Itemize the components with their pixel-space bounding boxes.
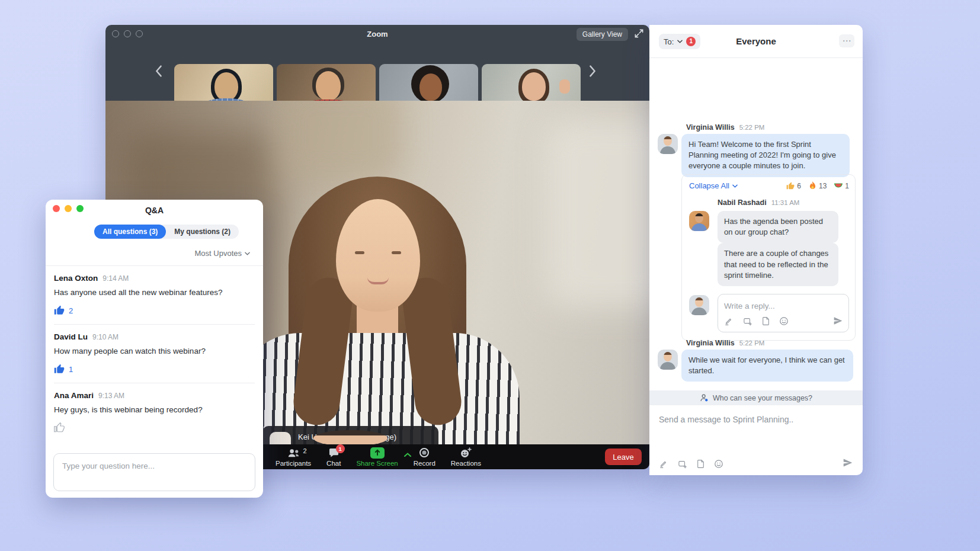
fire-reaction[interactable]: 13 [809, 181, 827, 190]
avatar [689, 211, 709, 231]
share-screen-button[interactable]: Share Screen [356, 447, 398, 467]
screenshot-icon[interactable] [677, 459, 687, 470]
chat-message-input[interactable] [659, 415, 848, 424]
leave-button[interactable]: Leave [605, 449, 642, 465]
reply-input[interactable] [724, 302, 813, 310]
send-reply-icon[interactable] [833, 316, 843, 327]
privacy-note[interactable]: Who can see your messages? [649, 390, 863, 405]
chevron-down-icon [732, 184, 738, 188]
tab-all-questions[interactable]: All questions (3) [94, 225, 166, 239]
window-title: Zoom [105, 30, 649, 39]
file-icon[interactable] [761, 316, 770, 327]
close-button[interactable] [112, 30, 119, 37]
question-author: Ana Amari [54, 391, 94, 400]
question-time: 9:13 AM [98, 392, 124, 400]
reactions-button[interactable]: Reactions [451, 447, 481, 467]
thumbs-up-icon [786, 182, 795, 190]
question-text: Has anyone used all the new webinar feat… [54, 288, 255, 297]
reactions-row: 6 13 1 [786, 181, 849, 190]
emoji-icon[interactable] [714, 459, 723, 470]
close-button[interactable] [53, 205, 60, 212]
maximize-button[interactable] [76, 205, 84, 212]
thumbs-up-icon [54, 364, 65, 374]
upvote-count: 2 [69, 306, 73, 315]
chevron-down-icon [245, 252, 250, 255]
record-icon [419, 447, 430, 459]
thread-message-bubble: Has the agenda been posted on our group … [718, 211, 838, 243]
message-author-row: Virginia Willis5:22 PM [686, 123, 764, 132]
chat-button[interactable]: 1 Chat [326, 447, 341, 467]
upvote-button[interactable] [54, 422, 69, 433]
direct-message-notification[interactable]: Kei Umeko (Direct Message) I have a quic… [262, 426, 438, 444]
minimize-button[interactable] [124, 30, 131, 37]
question-input-box [53, 453, 255, 491]
chat-header: To: 1 Everyone ⋯ [649, 25, 863, 58]
avatar [689, 295, 709, 315]
question-author: David Lu [54, 332, 88, 341]
sort-dropdown[interactable]: Most Upvotes [195, 249, 250, 258]
participants-count: 2 [303, 447, 306, 454]
fire-icon [809, 181, 816, 190]
emoji-icon[interactable] [779, 316, 789, 327]
avatar [658, 134, 678, 154]
format-text-icon[interactable] [724, 316, 734, 327]
question-author: Lena Oxton [54, 274, 98, 283]
send-message-icon[interactable] [843, 458, 853, 469]
zoom-titlebar: Zoom Gallery View [105, 25, 649, 43]
tab-my-questions[interactable]: My questions (2) [166, 225, 239, 239]
file-icon[interactable] [696, 459, 705, 470]
thumbs-up-reaction[interactable]: 6 [786, 182, 801, 190]
upvote-count: 1 [69, 365, 73, 374]
avatar [270, 432, 291, 444]
watermelon-reaction[interactable]: 1 [834, 182, 849, 190]
message-author-row: Virginia Willis5:22 PM [686, 339, 764, 347]
to-recipient-selector[interactable]: To: 1 [659, 34, 700, 49]
chat-compose-toolbar [659, 459, 723, 470]
chevron-down-icon [677, 40, 683, 43]
format-text-icon[interactable] [659, 459, 668, 470]
thumbs-up-icon [54, 305, 65, 316]
next-participants-icon[interactable] [588, 65, 597, 78]
share-options-icon[interactable] [404, 451, 411, 458]
window-controls [112, 30, 143, 37]
thread-author-row: Nabil Rashadi11:31 AM [718, 198, 849, 207]
question-time: 9:10 AM [92, 333, 119, 341]
minimize-button[interactable] [65, 205, 72, 212]
watermelon-icon [834, 183, 843, 188]
question-list: Lena Oxton 9:14 AM Has anyone used all t… [46, 266, 263, 441]
video-thumbnail-strip [105, 43, 649, 101]
upvote-button[interactable]: 1 [54, 364, 73, 374]
record-button[interactable]: Record [414, 447, 435, 467]
gallery-view-button[interactable]: Gallery View [577, 28, 628, 41]
fullscreen-icon[interactable] [633, 28, 645, 39]
message-thread: Collapse All 6 13 1 [681, 174, 856, 341]
question-text: How many people can watch this webinar? [54, 347, 255, 355]
person-visibility-icon [700, 393, 709, 402]
chat-icon: 1 [328, 447, 340, 459]
avatar [658, 350, 678, 370]
chat-title: Everyone [736, 36, 776, 46]
qa-tabs: All questions (3) My questions (2) [94, 225, 239, 239]
previous-participants-icon[interactable] [154, 65, 164, 78]
chat-unread-badge: 1 [336, 444, 345, 453]
chat-message-bubble: Hi Team! Welcome to the first Sprint Pla… [681, 134, 850, 177]
reply-box [718, 294, 849, 332]
question-time: 9:14 AM [103, 274, 129, 283]
desktop: Zoom Gallery View [0, 0, 980, 551]
maximize-button[interactable] [136, 30, 143, 37]
thread-message-bubble: There are a couple of changes that need … [718, 243, 838, 286]
more-options-icon[interactable]: ⋯ [839, 34, 854, 47]
qa-window: Q&A All questions (3) My questions (2) M… [46, 200, 263, 498]
question-input[interactable] [54, 454, 255, 478]
chat-message-bubble: While we wait for everyone, I think we c… [681, 350, 853, 382]
qa-title: Q&A [145, 206, 164, 215]
window-controls [53, 205, 84, 212]
upvote-button[interactable]: 2 [54, 305, 73, 316]
question-item: Ana Amari 9:13 AM Hey guys, is this webi… [54, 383, 255, 441]
question-item: Lena Oxton 9:14 AM Has anyone used all t… [54, 266, 255, 325]
dm-count-badge: 1 [686, 37, 696, 46]
screenshot-icon[interactable] [742, 316, 752, 327]
collapse-all-button[interactable]: Collapse All [689, 181, 738, 190]
participants-button[interactable]: 2 Participants [276, 447, 311, 467]
participants-icon: 2 [287, 447, 300, 459]
